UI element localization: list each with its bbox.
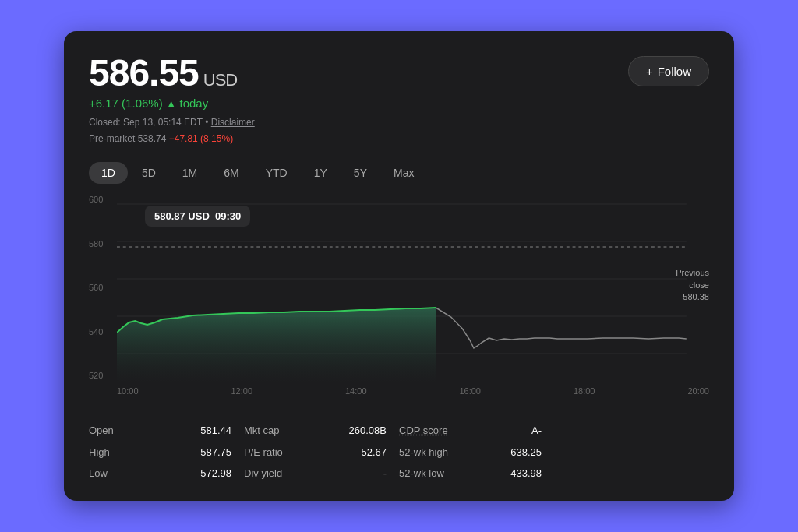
follow-icon: + [646, 65, 653, 78]
stat-pe-label: P/E ratio [244, 443, 283, 461]
premarket-change: −47.81 (8.15%) [169, 133, 233, 144]
stat-high-value: 587.75 [200, 443, 231, 461]
stat-div-value: - [383, 464, 387, 482]
stat-52wkhi: 52-wk high 638.25 [399, 443, 554, 461]
stat-mktcap: Mkt cap 260.08B [244, 421, 399, 439]
tab-5y[interactable]: 5Y [341, 162, 380, 184]
change-value: +6.17 (1.06%) [89, 97, 163, 110]
stat-group-4 [554, 421, 709, 482]
tabs-row: 1D 5D 1M 6M YTD 1Y 5Y Max [89, 162, 709, 184]
stat-div-label: Div yield [244, 464, 282, 482]
x-label-1600: 16:00 [459, 386, 481, 396]
tab-1y[interactable]: 1Y [302, 162, 340, 184]
prev-close-value: 580.38 [676, 291, 709, 303]
tab-5d[interactable]: 5D [129, 162, 168, 184]
stat-cdp-value: A- [531, 421, 542, 439]
chart-area: 580.87 USD 09:30 Previousclose 580.38 [117, 196, 709, 383]
change-period: today [180, 97, 209, 110]
stat-52wklo: 52-wk low 433.98 [399, 464, 554, 482]
y-label-600: 600 [89, 195, 117, 204]
stats-grid: Open 581.44 High 587.75 Low 572.98 Mkt c… [89, 410, 709, 482]
premarket-price: 538.74 [138, 133, 167, 144]
stat-low: Low 572.98 [89, 464, 244, 482]
change-arrow: ▲ [166, 97, 177, 110]
stat-cdp: CDP score A- [399, 421, 554, 439]
price-main: 586.55USD [89, 53, 255, 94]
stat-cdp-label: CDP score [399, 421, 448, 439]
closed-label: Closed: Sep 13, 05:14 EDT [89, 117, 203, 128]
x-label-2000: 20:00 [687, 386, 709, 396]
tab-ytd[interactable]: YTD [253, 162, 300, 184]
follow-label: Follow [658, 65, 691, 78]
tab-1m[interactable]: 1M [170, 162, 210, 184]
stat-52wkhi-label: 52-wk high [399, 443, 448, 461]
stat-group-3: CDP score A- 52-wk high 638.25 52-wk low… [399, 421, 554, 482]
price-meta: Closed: Sep 13, 05:14 EDT • Disclaimer P… [89, 115, 255, 146]
stat-mktcap-value: 260.08B [349, 421, 387, 439]
y-label-520: 520 [89, 371, 117, 380]
follow-button[interactable]: + Follow [628, 56, 709, 86]
stat-div: Div yield - [244, 464, 399, 482]
stat-52wklo-value: 433.98 [510, 464, 542, 482]
y-label-580: 580 [89, 239, 117, 248]
header-row: 586.55USD +6.17 (1.06%) ▲ today Closed: … [89, 53, 709, 147]
x-axis: 10:00 12:00 14:00 16:00 18:00 20:00 [117, 386, 709, 396]
stat-high-label: High [89, 443, 110, 461]
price-change: +6.17 (1.06%) ▲ today [89, 97, 255, 110]
stat-mktcap-label: Mkt cap [244, 421, 280, 439]
premarket-label: Pre-market [89, 133, 135, 144]
x-label-1400: 14:00 [345, 386, 367, 396]
y-axis: 600 580 560 540 520 [89, 190, 117, 396]
x-label-1000: 10:00 [117, 386, 139, 396]
stat-group-1: Open 581.44 High 587.75 Low 572.98 [89, 421, 244, 482]
stat-low-label: Low [89, 464, 108, 482]
price-currency: USD [203, 70, 237, 90]
stat-pe-value: 52.67 [361, 443, 387, 461]
price-block: 586.55USD +6.17 (1.06%) ▲ today Closed: … [89, 53, 255, 147]
y-label-540: 540 [89, 327, 117, 336]
x-label-1200: 12:00 [231, 386, 252, 396]
stat-pe: P/E ratio 52.67 [244, 443, 399, 461]
chart-svg [117, 196, 709, 383]
stat-low-value: 572.98 [200, 464, 231, 482]
tab-1d[interactable]: 1D [89, 162, 128, 184]
stat-open: Open 581.44 [89, 421, 244, 439]
prev-close-title: Previousclose [676, 267, 709, 291]
stat-open-label: Open [89, 421, 114, 439]
tab-max[interactable]: Max [381, 162, 426, 184]
disclaimer-link[interactable]: Disclaimer [211, 117, 255, 128]
prev-close-label: Previousclose 580.38 [676, 267, 709, 303]
price-value: 586.55 [89, 52, 199, 93]
chart-container: 580.87 USD 09:30 Previousclose 580.38 [117, 190, 709, 396]
stat-52wkhi-value: 638.25 [510, 443, 542, 461]
stat-group-2: Mkt cap 260.08B P/E ratio 52.67 Div yiel… [244, 421, 399, 482]
stock-card: 586.55USD +6.17 (1.06%) ▲ today Closed: … [64, 31, 734, 502]
tab-6m[interactable]: 6M [211, 162, 251, 184]
y-label-560: 560 [89, 283, 117, 292]
stat-52wklo-label: 52-wk low [399, 464, 444, 482]
stat-open-value: 581.44 [200, 421, 231, 439]
stat-high: High 587.75 [89, 443, 244, 461]
x-label-1800: 18:00 [574, 386, 595, 396]
